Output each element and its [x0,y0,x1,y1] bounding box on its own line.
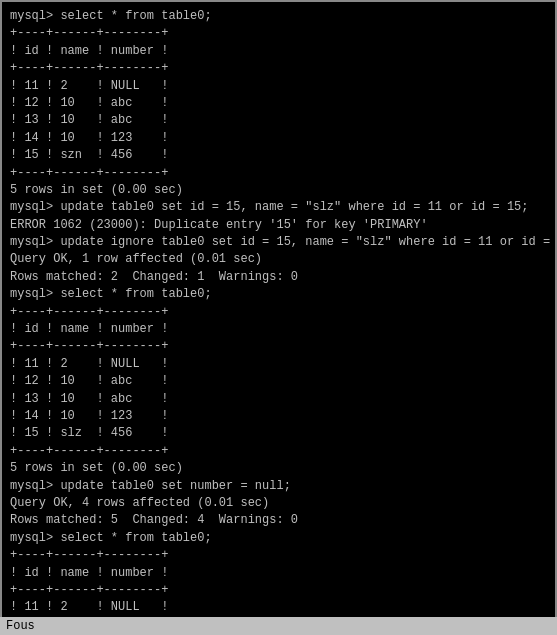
terminal-line: 5 rows in set (0.00 sec) [10,182,547,199]
terminal-line: ! 15 ! szn ! 456 ! [10,147,547,164]
terminal-line: ! 11 ! 2 ! NULL ! [10,599,547,616]
terminal-line: +----+------+--------+ [10,547,547,564]
terminal-line: mysql> select * from table0; [10,530,547,547]
terminal-line: ! id ! name ! number ! [10,321,547,338]
terminal-line: ! id ! name ! number ! [10,43,547,60]
terminal-line: ! 11 ! 2 ! NULL ! [10,356,547,373]
terminal-line: Rows matched: 5 Changed: 4 Warnings: 0 [10,512,547,529]
terminal-line: ! 15 ! slz ! 456 ! [10,425,547,442]
terminal-line: mysql> update table0 set id = 15, name =… [10,199,547,216]
terminal-line: ! 13 ! 10 ! abc ! [10,391,547,408]
terminal-line: mysql> select * from table0; [10,286,547,303]
terminal-line: Query OK, 1 row affected (0.01 sec) [10,251,547,268]
terminal-line: ! 11 ! 2 ! NULL ! [10,78,547,95]
terminal-line: ERROR 1062 (23000): Duplicate entry '15'… [10,217,547,234]
terminal-line: +----+------+--------+ [10,165,547,182]
terminal-line: +----+------+--------+ [10,582,547,599]
terminal-line: mysql> update ignore table0 set id = 15,… [10,234,547,251]
terminal-line: ! 13 ! 10 ! abc ! [10,112,547,129]
terminal-line: +----+------+--------+ [10,25,547,42]
terminal-line: ! id ! name ! number ! [10,565,547,582]
terminal-line: ! 12 ! 10 ! abc ! [10,373,547,390]
terminal-line: ! 12 ! 10 ! abc ! [10,95,547,112]
terminal-line: +----+------+--------+ [10,443,547,460]
terminal-line: ! 14 ! 10 ! 123 ! [10,130,547,147]
terminal-line: mysql> select * from table0; [10,8,547,25]
terminal-window[interactable]: mysql> select * from table0;+----+------… [0,0,557,635]
bottom-bar: Fous [0,617,557,635]
terminal-line: Query OK, 4 rows affected (0.01 sec) [10,495,547,512]
terminal-line: Rows matched: 2 Changed: 1 Warnings: 0 [10,269,547,286]
terminal-line: ! 14 ! 10 ! 123 ! [10,408,547,425]
terminal-line: +----+------+--------+ [10,60,547,77]
terminal-line: +----+------+--------+ [10,304,547,321]
terminal-line: mysql> update table0 set number = null; [10,478,547,495]
bottom-bar-item: Fous [6,619,35,633]
terminal-content: mysql> select * from table0;+----+------… [10,8,547,635]
terminal-line: 5 rows in set (0.00 sec) [10,460,547,477]
terminal-line: +----+------+--------+ [10,338,547,355]
